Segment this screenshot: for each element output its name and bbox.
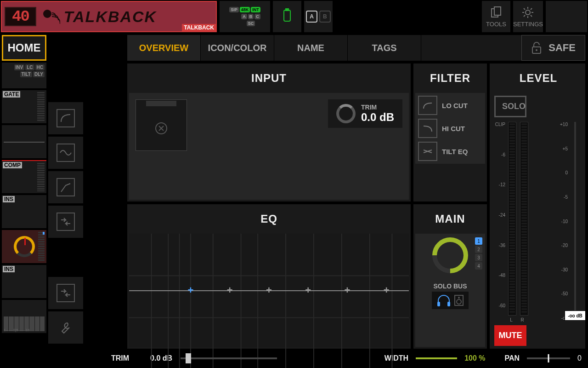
talkback-icon — [40, 6, 60, 27]
trim-control[interactable]: TRIM0.0 dB — [328, 99, 402, 128]
fader-scale: +10+50-5-10-20-30-50-oo — [551, 120, 568, 322]
locut-icon — [422, 99, 434, 111]
speaker-icon[interactable] — [454, 294, 464, 306]
wrench-icon — [59, 321, 72, 334]
locut-button[interactable]: LO CUT — [418, 96, 482, 115]
ins2-block[interactable]: INS — [2, 265, 46, 298]
settings-button[interactable]: SETTINGS — [513, 1, 543, 32]
svg-line-13 — [531, 8, 532, 10]
svg-rect-33 — [437, 302, 440, 306]
trim-slider[interactable] — [181, 357, 277, 359]
safe-button[interactable]: SAFE — [521, 35, 585, 61]
insert-icon — [59, 287, 72, 299]
hicut-button[interactable]: HI CUT — [418, 119, 482, 138]
svg-rect-4 — [494, 7, 501, 15]
ab-b: B — [319, 11, 331, 23]
eq-band-3[interactable]: + — [266, 284, 272, 296]
tab-tags[interactable]: TAGS — [348, 35, 421, 61]
main-level-knob[interactable] — [432, 237, 468, 273]
lock-open-icon — [531, 41, 542, 54]
bus-sends-block[interactable]: 1——8|9——16 — [2, 300, 46, 333]
svg-point-36 — [457, 299, 461, 304]
input-source-slot[interactable] — [136, 99, 187, 151]
headphones-icon[interactable] — [436, 294, 451, 306]
input-heading: INPUT — [127, 63, 411, 93]
svg-point-0 — [43, 10, 51, 18]
eq-band-4[interactable]: + — [305, 284, 311, 296]
footer-pan-value: 0 — [577, 354, 582, 362]
meter-r — [520, 122, 528, 316]
eq-band-2[interactable]: + — [227, 284, 233, 296]
tilteq-button[interactable]: TILT EQ — [418, 142, 482, 161]
iconcol-comp[interactable] — [48, 171, 83, 203]
sidebar-config-block[interactable]: INV LC HC TILT DLY — [2, 63, 46, 88]
svg-point-5 — [526, 10, 530, 15]
rate-pill: 48K — [240, 7, 250, 12]
bus-4[interactable]: 4 — [475, 262, 482, 270]
fader[interactable]: -oo dB — [574, 122, 576, 321]
svg-point-15 — [536, 49, 537, 51]
footer-width-value: 100 % — [464, 354, 485, 362]
inv-tag: INV — [14, 64, 25, 70]
usb-button[interactable] — [273, 1, 301, 32]
level-heading: LEVEL — [492, 63, 585, 93]
meter-l — [508, 122, 516, 316]
bus-2[interactable]: 2 — [475, 246, 482, 253]
width-slider[interactable] — [416, 357, 457, 359]
ins1-block[interactable]: INS — [2, 195, 46, 228]
solo-bus-label: SOLO BUS — [433, 282, 467, 290]
dly-tag: DLY — [33, 71, 45, 77]
svg-line-11 — [531, 15, 532, 17]
tab-name[interactable]: NAME — [274, 35, 348, 61]
ab-a: A — [306, 11, 317, 23]
channel-badge[interactable]: 40 TALKBACK TALKBACK — [1, 1, 217, 32]
bus-3[interactable]: 3 — [475, 254, 482, 261]
fader-thumb[interactable]: -oo dB — [565, 310, 586, 321]
sip-sync-panel[interactable]: SIP 48K INT A B C SC — [220, 1, 270, 32]
blank-top-button[interactable] — [546, 1, 587, 32]
tab-iconcolor[interactable]: ICON/COLOR — [201, 35, 274, 61]
filter-panel: FILTER LO CUT HI CUT TILT EQ — [413, 63, 487, 201]
eq-band-6[interactable]: + — [384, 284, 390, 296]
comp-block[interactable]: COMP — [2, 160, 46, 193]
svg-rect-2 — [285, 8, 289, 11]
comp-curve-icon — [59, 181, 72, 194]
channel-name: TALKBACK — [64, 8, 157, 26]
main-panel: MAIN 1 2 3 4 SOLO BUS — [413, 204, 487, 349]
tab-overview[interactable]: OVERVIEW — [127, 35, 201, 61]
sc-pill: SC — [247, 21, 255, 26]
iconcol-gate[interactable] — [48, 102, 83, 134]
svg-line-12 — [524, 15, 525, 17]
close-icon — [154, 121, 168, 135]
level-panel: LEVEL SOLO CLIP-6-12-24-36-48-60 LR — [490, 63, 585, 349]
iconcol-ins2[interactable] — [48, 277, 83, 309]
eq-wave-icon — [59, 146, 72, 159]
home-button[interactable]: HOME — [2, 35, 46, 61]
eq-band-5[interactable]: + — [345, 284, 351, 296]
bus-1[interactable]: 1 — [475, 237, 482, 245]
iconcol-eq[interactable] — [48, 137, 83, 169]
trim-knob[interactable] — [336, 104, 356, 123]
eq-band-1[interactable]: + — [188, 284, 194, 296]
iconcol-ins1[interactable] — [48, 206, 83, 238]
solo-button[interactable]: SOLO — [494, 96, 526, 117]
pan-slider[interactable] — [527, 357, 570, 359]
eq-block[interactable] — [2, 125, 46, 158]
output-knob-block[interactable] — [2, 230, 46, 263]
filter-heading: FILTER — [413, 63, 487, 93]
main-heading: MAIN — [413, 204, 487, 234]
tools-button[interactable]: TOOLS — [482, 1, 510, 32]
footer-trim-label: TRIM — [111, 354, 129, 362]
iconcol-wrench[interactable] — [48, 311, 83, 344]
usb-icon — [281, 8, 293, 23]
eq-graph[interactable]: + + + + + + — [129, 234, 409, 347]
hc-tag: HC — [35, 64, 45, 70]
lc-tag: LC — [25, 64, 34, 70]
ab-button[interactable]: A B — [304, 1, 333, 32]
svg-rect-34 — [447, 302, 450, 306]
eq-panel: EQ + + + + + + — [127, 204, 411, 349]
gate-block[interactable]: GATE — [2, 90, 46, 123]
channel-type-badge: TALKBACK — [182, 24, 216, 31]
gate-curve-icon — [59, 112, 72, 125]
documents-icon — [490, 6, 503, 19]
